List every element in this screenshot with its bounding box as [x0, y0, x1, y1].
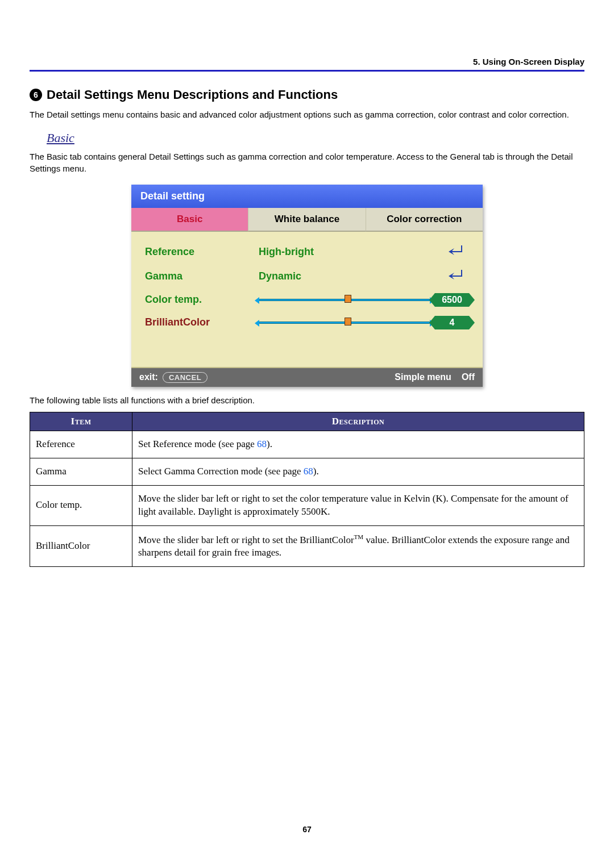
tab-color-correction[interactable]: Color correction — [366, 208, 483, 232]
table-intro: The following table lists all functions … — [30, 395, 584, 406]
td-item: Gamma — [30, 458, 132, 485]
row-brilliant[interactable]: BrilliantColor 4 — [145, 311, 469, 334]
osd-body: Reference High-bright Gamma Dynamic — [131, 232, 483, 368]
table-row: Color temp. Move the slider bar left or … — [30, 485, 584, 525]
badge-brilliant: 4 — [435, 316, 469, 329]
td-desc: Set Reference mode (see page 68). — [132, 431, 584, 458]
table-row: Reference Set Reference mode (see page 6… — [30, 431, 584, 458]
row-color-temp[interactable]: Color temp. 6500 — [145, 289, 469, 311]
td-item: BrilliantColor — [30, 525, 132, 567]
enter-icon — [446, 269, 463, 284]
page-title-row: 6 Detail Settings Menu Descriptions and … — [30, 87, 584, 102]
enter-icon — [446, 244, 463, 260]
label-brilliant: BrilliantColor — [145, 316, 259, 328]
cancel-button[interactable]: CANCEL — [163, 372, 208, 383]
td-desc: Move the slider bar left or right to set… — [132, 525, 584, 567]
page-link[interactable]: 68 — [304, 466, 313, 477]
osd-footer: exit: CANCEL Simple menu Off — [131, 368, 483, 387]
osd-title: Detail setting — [131, 185, 483, 208]
exit-label: exit: — [139, 372, 158, 382]
functions-table: Item Description Reference Set Reference… — [30, 412, 584, 567]
label-gamma: Gamma — [145, 270, 259, 282]
slider-color-temp[interactable] — [259, 298, 430, 302]
value-gamma: Dynamic — [259, 270, 372, 282]
td-desc: Move the slider bar left or right to set… — [132, 485, 584, 525]
table-row: Gamma Select Gamma Correction mode (see … — [30, 458, 584, 485]
page-number: 67 — [0, 825, 614, 834]
slider-brilliant[interactable] — [259, 320, 430, 325]
td-desc: Select Gamma Correction mode (see page 6… — [132, 458, 584, 485]
basic-intro: The Basic tab contains general Detail Se… — [30, 151, 584, 174]
section-number-icon: 6 — [30, 89, 42, 101]
row-gamma[interactable]: Gamma Dynamic — [145, 264, 469, 289]
osd-panel: Detail setting Basic White balance Color… — [131, 185, 483, 387]
badge-color-temp: 6500 — [435, 293, 469, 307]
page-title: Detail Settings Menu Descriptions and Fu… — [47, 87, 338, 102]
basic-heading: Basic — [47, 131, 584, 145]
td-item: Color temp. — [30, 485, 132, 525]
osd-tabs: Basic White balance Color correction — [131, 208, 483, 232]
tab-white-balance[interactable]: White balance — [248, 208, 366, 232]
simple-menu-label: Simple menu — [395, 372, 451, 382]
intro-text: The Detail settings menu contains basic … — [30, 109, 584, 120]
row-reference[interactable]: Reference High-bright — [145, 240, 469, 264]
value-reference: High-bright — [259, 246, 372, 258]
th-item: Item — [30, 412, 132, 431]
simple-menu-value: Off — [462, 372, 475, 382]
table-row: BrilliantColor Move the slider bar left … — [30, 525, 584, 567]
label-color-temp: Color temp. — [145, 294, 259, 306]
th-desc: Description — [132, 412, 584, 431]
label-reference: Reference — [145, 246, 259, 258]
section-header: 5. Using On-Screen Display — [30, 57, 584, 72]
td-item: Reference — [30, 431, 132, 458]
page-link[interactable]: 68 — [257, 439, 267, 449]
tab-basic[interactable]: Basic — [131, 208, 248, 232]
